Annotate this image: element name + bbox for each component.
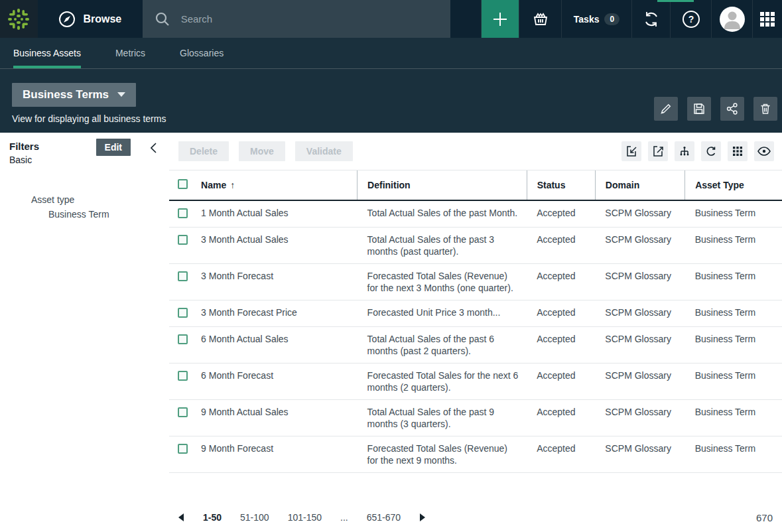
domain-cell[interactable]: SCPM Glossary [595,400,684,436]
domain-cell[interactable]: SCPM Glossary [595,327,684,364]
page-link-2[interactable]: 51-100 [240,512,269,523]
create-button[interactable] [481,0,519,38]
table-view-button[interactable] [728,141,748,161]
asset-name-cell[interactable]: 3 Month Forecast [196,264,358,300]
app-logo[interactable] [0,0,38,38]
definition-cell: Forecasted Total Sales (Revenue) for the… [358,264,527,300]
delete-button[interactable]: Delete [178,141,229,161]
status-cell: Accepted [527,364,595,400]
app-window: Browse [0,0,782,532]
edit-view-button[interactable] [654,97,678,121]
table-row[interactable]: 9 Month Forecast Forecasted Total Sales … [169,436,782,473]
row-checkbox[interactable] [178,444,188,454]
row-checkbox[interactable] [178,371,188,381]
next-page-button[interactable] [419,513,425,521]
column-header-asset-type[interactable]: Asset Type [685,170,782,200]
validate-button[interactable]: Validate [295,141,353,161]
table-row[interactable]: 3 Month Actual Sales Total Actual Sales … [169,228,782,264]
activities-button[interactable] [631,0,670,38]
domain-cell[interactable]: SCPM Glossary [595,436,684,473]
view-selector-dropdown[interactable]: Business Terms [12,83,136,107]
asset-type-cell: Business Term [685,264,782,300]
page-link-3[interactable]: 101-150 [288,512,322,523]
table-row[interactable]: 3 Month Forecast Forecasted Total Sales … [169,264,782,300]
trash-icon [759,102,772,115]
definition-cell: Forecasted Total Sales (Revenue) for the… [358,436,527,473]
import-button[interactable] [621,141,641,161]
definition-cell: Forecasted Unit Price 3 month... [358,300,527,327]
delete-view-button[interactable] [753,97,777,121]
row-checkbox[interactable] [178,334,188,344]
column-header-name[interactable]: Name↑ [196,170,358,200]
search-input[interactable] [181,13,438,25]
column-label: Asset Type [695,180,744,190]
hierarchy-button[interactable] [675,141,694,161]
domain-cell[interactable]: SCPM Glossary [595,228,684,264]
row-checkbox[interactable] [178,308,188,318]
asset-name-cell[interactable]: 1 Month Actual Sales [196,200,358,228]
export-button[interactable] [648,141,668,161]
svg-text:?: ? [688,14,694,25]
asset-type-cell: Business Term [685,364,782,400]
app-switcher-button[interactable] [752,0,782,38]
table-grid-icon [732,146,743,157]
table-row[interactable]: 9 Month Actual Sales Total Actual Sales … [169,400,782,436]
loading-progress-strip [657,0,694,2]
move-button[interactable]: Move [239,141,285,161]
filters-mode-label: Basic [9,155,160,165]
share-view-button[interactable] [720,97,744,121]
domain-cell[interactable]: SCPM Glossary [595,364,684,400]
asset-name-cell[interactable]: 6 Month Actual Sales [196,327,358,364]
row-checkbox[interactable] [178,271,188,281]
status-cell: Accepted [527,200,595,228]
select-all-cell [169,170,196,200]
edit-filters-button[interactable]: Edit [96,139,131,156]
collapse-panel-button[interactable] [149,141,159,155]
tab-glossaries[interactable]: Glossaries [180,38,224,68]
page-link-last[interactable]: 651-670 [367,512,401,523]
column-header-domain[interactable]: Domain [595,170,684,200]
previous-page-button[interactable] [178,513,184,521]
help-button[interactable]: ? [670,0,711,38]
row-select-cell [169,327,196,364]
filters-panel: Filters Basic Edit Asset type Business T… [0,133,169,532]
definition-cell: Total Actual Sales of the past 3 months … [358,228,527,264]
asset-name-cell[interactable]: 6 Month Forecast [196,364,358,400]
pagination-bar: 1-50 51-100 101-150 ... 651-670 670 [169,503,782,532]
asset-name-cell[interactable]: 9 Month Forecast [196,436,358,473]
page-link-1[interactable]: 1-50 [203,512,222,523]
chevron-down-icon [117,92,125,98]
sort-ascending-icon: ↑ [230,180,235,190]
asset-name-cell[interactable]: 3 Month Actual Sales [196,228,358,264]
save-view-button[interactable] [687,97,711,121]
tab-metrics[interactable]: Metrics [115,38,145,68]
browse-button[interactable]: Browse [38,0,143,38]
column-header-status[interactable]: Status [527,170,595,200]
row-select-cell [169,300,196,327]
tab-business-assets[interactable]: Business Assets [13,38,81,68]
row-checkbox[interactable] [178,235,188,245]
data-basket-button[interactable] [519,0,561,38]
filter-item-asset-type[interactable]: Asset type Business Term [9,194,160,220]
tab-label: Metrics [115,48,145,58]
column-header-definition[interactable]: Definition [358,170,527,200]
table-body: 1 Month Actual Sales Total Actual Sales … [169,200,782,473]
global-search[interactable] [143,0,450,38]
tasks-button[interactable]: Tasks 0 [561,0,631,38]
table-row[interactable]: 6 Month Forecast Forecasted Total Sales … [169,364,782,400]
domain-cell[interactable]: SCPM Glossary [595,200,684,228]
preview-button[interactable] [754,141,774,161]
refresh-button[interactable] [701,141,721,161]
table-row[interactable]: 1 Month Actual Sales Total Actual Sales … [169,200,782,228]
row-checkbox[interactable] [178,407,188,417]
row-checkbox[interactable] [178,208,188,218]
domain-cell[interactable]: SCPM Glossary [595,264,684,300]
table-row[interactable]: 6 Month Actual Sales Total Actual Sales … [169,327,782,364]
table-row[interactable]: 3 Month Forecast Price Forecasted Unit P… [169,300,782,327]
asset-name-cell[interactable]: 3 Month Forecast Price [196,300,358,327]
status-cell: Accepted [527,300,595,327]
user-menu-button[interactable] [711,0,752,38]
domain-cell[interactable]: SCPM Glossary [595,300,684,327]
select-all-checkbox[interactable] [178,179,188,189]
asset-name-cell[interactable]: 9 Month Actual Sales [196,400,358,436]
